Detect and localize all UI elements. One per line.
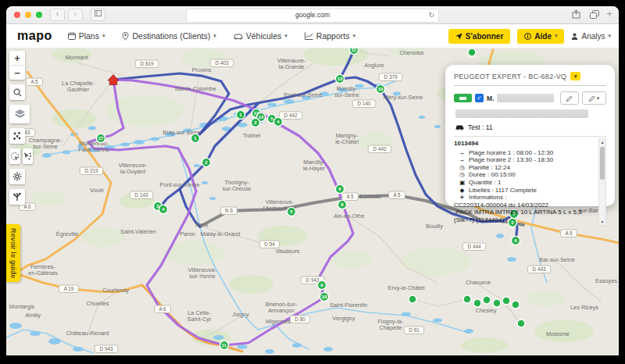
town-label: Chaource (466, 279, 491, 286)
map-search-button[interactable] (9, 84, 25, 100)
stop-marker[interactable] (473, 299, 481, 307)
chart-icon (305, 32, 313, 40)
driver-checkbox[interactable]: ✓ (475, 94, 484, 102)
town-label: Méry-sur-Seine (384, 94, 423, 101)
water-patch (30, 331, 41, 336)
cluster-button[interactable] (9, 128, 25, 144)
town-label: Montargis (9, 303, 35, 310)
forward-button[interactable]: › (68, 9, 83, 21)
town-label: Brienon-sur-Armançon (266, 301, 298, 314)
edit-menu-button[interactable]: ▾ (582, 91, 606, 105)
town-label: Pont-sur-Seine (284, 91, 322, 98)
menu-vehicules-label: Véhicules (246, 31, 282, 41)
zoom-out-button[interactable]: − (9, 66, 25, 80)
edit-button[interactable] (560, 91, 579, 105)
info-icon (524, 33, 531, 40)
depot-marker[interactable] (108, 75, 119, 85)
menu-plans[interactable]: Plans ▾ (68, 31, 105, 41)
menu-vehicules[interactable]: Véhicules ▾ (234, 31, 288, 41)
routes-button[interactable] (9, 189, 25, 205)
reload-icon[interactable]: ↻ (428, 9, 434, 21)
app-logo[interactable]: mapo (17, 29, 52, 43)
guide-tab[interactable]: Revoir le guide (6, 224, 20, 282)
tabs-overview-button[interactable] (588, 8, 602, 20)
stop-marker[interactable] (468, 48, 476, 56)
forest-patch (401, 247, 471, 275)
sidebar-toggle-button[interactable] (91, 9, 105, 21)
sidebar-icon (95, 10, 102, 16)
town-label: Champagne-sur-Seine (29, 137, 62, 150)
close-window-button[interactable] (14, 12, 20, 18)
scroll-up-icon[interactable]: ▲ (599, 139, 605, 145)
stop-marker[interactable] (517, 319, 525, 327)
subscribe-button[interactable]: S'abonner (448, 29, 511, 44)
new-tab-button[interactable]: + (606, 9, 612, 20)
town-label: Flogny-la-Chapelle (378, 318, 404, 331)
stop-marker[interactable] (512, 301, 520, 309)
water-patch (42, 153, 52, 158)
detail-text: Durée : 00:15:00 (469, 171, 516, 179)
town-label: Bouilly (426, 223, 443, 230)
town-label: Voulx (90, 187, 104, 194)
vehicle-dropdown-button[interactable]: ▾ (570, 72, 580, 80)
menu-rapports[interactable]: Rapports ▾ (305, 31, 355, 41)
back-button[interactable]: ‹ (50, 9, 65, 21)
stop-marker[interactable] (493, 299, 501, 307)
user-menu[interactable]: Analys ▾ (571, 32, 611, 41)
stop-marker[interactable] (502, 297, 510, 305)
detail-text: Plage horaire 1 : 08:00 - 12:30 (469, 149, 553, 157)
water-patch (402, 312, 411, 316)
road-badge-label: A 6 (159, 306, 166, 312)
route-tree-icon (12, 192, 22, 202)
town-label: Ervy-le-Châtel (388, 284, 425, 291)
town-label: Romilly-sur-Seine (334, 85, 359, 98)
stop-marker-number: 14 (259, 115, 264, 120)
town-label: Sainte-Colombe (175, 85, 216, 92)
driver-prefix: M. (487, 95, 494, 102)
divider (454, 85, 606, 86)
road-badge-label: D 80 (295, 316, 305, 322)
zoom-window-button[interactable] (36, 12, 42, 18)
road-badge-label: D 443 (533, 266, 546, 272)
water-patch (9, 323, 22, 329)
zoom-in-button[interactable]: + (9, 51, 25, 65)
stop-marker[interactable] (409, 295, 416, 303)
help-button[interactable]: Aide ▾ (517, 29, 564, 44)
stop-marker[interactable] (463, 295, 471, 303)
water-patch (73, 347, 84, 352)
traffic-lights (14, 12, 42, 18)
forest-patch (461, 337, 508, 353)
scroll-thumb[interactable] (600, 147, 605, 180)
town-label: Les Riceys (570, 304, 598, 311)
address-bar[interactable]: google.com ↻ (186, 9, 439, 23)
minimize-window-button[interactable] (25, 12, 31, 18)
town-label: Montereau-Fault-Yonne (78, 140, 109, 153)
pointer-select-button[interactable] (23, 148, 34, 164)
time-window-icon: ↔ (459, 149, 466, 157)
water-patch (434, 125, 441, 128)
panel-scrollbar[interactable]: ▲ ▼ (598, 138, 606, 226)
map-canvas[interactable]: D 619D 403A 5D 343D 379D 442D 140D 442D … (6, 48, 619, 355)
town-label: Molesme (546, 330, 570, 337)
scroll-down-icon[interactable]: ▼ (599, 219, 605, 225)
menu-destinations[interactable]: Destinations (Clients) ▾ (122, 31, 216, 41)
settings-button[interactable] (9, 169, 25, 184)
water-patch (267, 103, 277, 107)
road-badge-label: D 943 (100, 346, 113, 352)
water-patch (237, 344, 248, 349)
order-line: CC220314-000004 du 14/03/2022 (454, 202, 597, 209)
select-area-button[interactable] (9, 148, 20, 164)
tabs-icon (590, 10, 599, 19)
layers-button[interactable] (9, 105, 30, 123)
stop-marker[interactable] (483, 296, 491, 304)
menu-rapports-label: Rapports (316, 31, 350, 41)
share-button[interactable] (569, 8, 583, 20)
chevron-down-icon: ▾ (352, 33, 355, 39)
road-badge-label: N 6 (225, 208, 233, 213)
town-label: Estissac (359, 193, 381, 200)
road-badge-label: A 5 (393, 192, 401, 198)
driver-name-redacted (497, 94, 554, 102)
map-pin-icon (122, 32, 129, 41)
water-patch (202, 181, 208, 184)
app-navbar: mapo Plans ▾ Destinations (Clients) ▾ Vé… (6, 24, 619, 48)
